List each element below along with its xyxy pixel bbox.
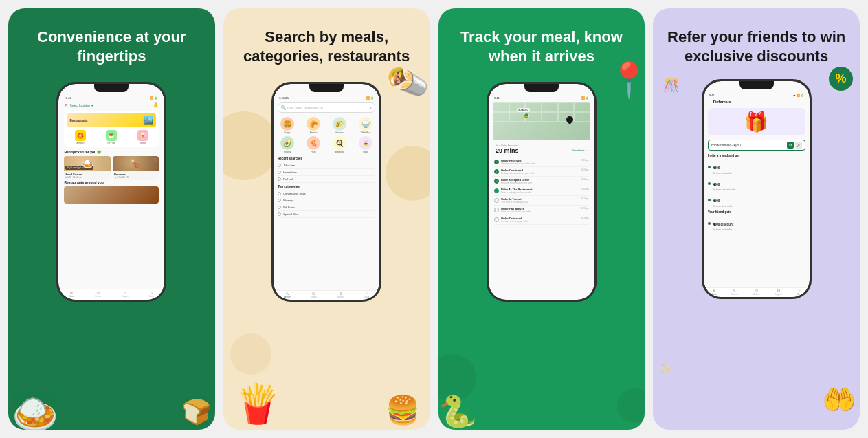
rider-marker: 🛵 xyxy=(524,113,529,118)
nav-home-4[interactable]: 🏠 Home xyxy=(711,289,717,296)
cat-pasta[interactable]: 🍝 Pasta xyxy=(356,136,375,153)
top-cat-dot-2 xyxy=(278,199,281,202)
cat-african[interactable]: 🏵️ African xyxy=(75,130,86,144)
map-cell xyxy=(493,112,509,122)
recent-text-1: Jollof rice xyxy=(283,164,295,167)
breakfast-label: Breakfast xyxy=(335,151,344,153)
cat-burger[interactable]: 🍔 Burger xyxy=(278,117,297,134)
phone-notch-3 xyxy=(524,84,559,92)
status-time-2: 9:41 AM xyxy=(279,96,289,100)
nav-support-1[interactable]: 💬 Support xyxy=(122,292,129,298)
nav-more-1[interactable]: ☰ More xyxy=(150,292,155,298)
top-cat-text-2: Mmanya xyxy=(283,199,293,202)
invite-title: Invite a friend and get xyxy=(708,154,805,157)
cat-pizza[interactable]: 🍕 Pizza xyxy=(304,136,323,153)
phone-wrapper-2: 9:41 AM ▪▪ 📶 🔋 🔍 Food, drinks, restauran… xyxy=(237,82,416,302)
map-area: SOMOLU 🛵 xyxy=(493,102,590,140)
step-desc-delivered: You have received your meal xyxy=(501,220,579,223)
african-icon: 🏵️ xyxy=(75,130,86,141)
search-dot-2 xyxy=(278,171,281,174)
cat-healthy[interactable]: 🥑 Healthy xyxy=(278,136,297,153)
search-placeholder: Food, drinks, restaurants, etc xyxy=(287,106,368,109)
bottom-nav-4: 🏠 Home 🔍 Search 📋 Orders 💬 Support xyxy=(704,287,810,297)
food-card-2[interactable]: ♡ Barcelos ⭐4.7 ₦800 · 30 xyxy=(113,156,159,180)
phone-wrapper-1: 9:41 ▪▪ 📶 🔋 📍 Select location ▾ 🔔 Restau… xyxy=(22,82,201,302)
burger-label: Burger xyxy=(285,131,291,134)
nav-search-4[interactable]: 🔍 Search xyxy=(732,289,739,296)
nav-orders-2[interactable]: 📋 Orders xyxy=(311,292,317,298)
status-bar-2: 9:41 AM ▪▪ 📶 🔋 xyxy=(278,96,375,100)
location-selector[interactable]: 📍 Select location ▾ 🔔 xyxy=(64,102,159,108)
reward-dot-3 xyxy=(708,199,711,201)
step-desc-confirmed: Restaurant has confirmed your order xyxy=(501,172,579,175)
bottom-nav-1: 🏠 Home 📋 Orders 💬 Support ☰ More xyxy=(58,289,164,300)
arrival-row: 29 mins View details → xyxy=(496,147,588,154)
nav-orders-1[interactable]: 📋 Orders xyxy=(95,292,101,298)
reward-content-200: ₦200 On their first order xyxy=(713,160,732,175)
cat-drinks[interactable]: 🍺 Drinks xyxy=(137,130,148,144)
cat-pastries[interactable]: 🥐 Pastries xyxy=(304,117,323,134)
step-check-arrived xyxy=(494,208,499,212)
card2-title: Search by meals, categories, restaurants xyxy=(237,28,416,65)
view-details-link[interactable]: View details → xyxy=(572,149,588,152)
food-card-1[interactable]: Buy 1 meal, get a free drink ♡ Food Fusi… xyxy=(64,156,111,180)
phone-notch-2 xyxy=(309,84,344,92)
map-cell xyxy=(542,112,558,122)
reward-content-300: ₦300 On their second order xyxy=(713,176,736,191)
share-button[interactable]: ↗ xyxy=(795,142,802,149)
screen4: 9:41 ▪▪ 📶 🔋 ← Referrals 🎁 chow-damian-tk… xyxy=(704,81,810,297)
copy-button[interactable]: ⧉ xyxy=(787,142,794,149)
orders-nav-icon: 📋 xyxy=(312,292,315,295)
recent-searches-header: Recent searches xyxy=(278,157,375,160)
nav-support-2[interactable]: 💬 Support xyxy=(337,292,345,298)
reward-desc-500: On their third order xyxy=(713,205,733,208)
nav-more-4[interactable]: ☰ More xyxy=(797,289,802,296)
pasta-icon: 🍝 xyxy=(359,136,372,150)
cat-fitfam[interactable]: 🥗 Fit Fam xyxy=(106,130,117,144)
cat-rice[interactable]: 🍚 White Rice xyxy=(356,117,375,134)
heart-icon-1[interactable]: ♡ xyxy=(105,157,109,163)
step-order-confirmed: ✓ Order Confirmed Restaurant has confirm… xyxy=(494,167,589,177)
deco-bread: 🍞 xyxy=(181,398,212,426)
status-time-1: 9:41 xyxy=(65,96,71,100)
nav-search[interactable]: 🔍 Search xyxy=(284,292,291,298)
recent-item-1[interactable]: Jollof rice xyxy=(278,162,375,169)
step-time-delivered: 04:16pm xyxy=(581,217,589,219)
top-cat-1[interactable]: University of Suya xyxy=(278,190,375,197)
map-grid xyxy=(493,102,590,140)
reward-dot-friend xyxy=(708,222,711,225)
cat-breakfast[interactable]: 🍳 Breakfast xyxy=(330,136,349,153)
nav-home-1[interactable]: 🏠 Home xyxy=(69,292,74,298)
back-button[interactable]: ← xyxy=(708,100,712,104)
top-categories-header: Top categories xyxy=(278,185,375,188)
promo-tag: Buy 1 meal, get a free drink xyxy=(65,166,93,170)
deco-snake: 🐍 xyxy=(438,393,477,430)
nav-orders-4[interactable]: 📋 Orders xyxy=(753,289,759,296)
heart-icon-2[interactable]: ♡ xyxy=(153,157,157,163)
healthy-label: Healthy xyxy=(284,151,291,153)
top-cat-2[interactable]: Mmanya xyxy=(278,197,375,204)
map-cell xyxy=(574,112,590,122)
step-desc-received: Waiting for restaurant to confirm order xyxy=(501,162,579,165)
more-icon: ☰ xyxy=(151,292,153,294)
rice-label: White Rice xyxy=(361,131,371,134)
recent-item-2[interactable]: bernadines xyxy=(278,169,375,176)
step-desc-rider: Meal has been assigned to a rider xyxy=(501,182,579,184)
referral-code-box: chow-damian-tky50 ⧉ ↗ xyxy=(708,140,805,151)
pastries-icon: 🥐 xyxy=(307,117,320,131)
recent-item-3[interactable]: Puff puff xyxy=(278,176,375,183)
top-cat-4[interactable]: Special Rice xyxy=(278,211,375,218)
top-cat-3[interactable]: Edi Fruits xyxy=(278,204,375,211)
search-close-icon[interactable]: ✕ xyxy=(369,106,372,110)
support-icon: 💬 xyxy=(124,292,126,294)
screen1: 9:41 ▪▪ 📶 🔋 📍 Select location ▾ 🔔 Restau… xyxy=(58,84,164,300)
category-icons: 🏵️ African 🥗 Fit Fam 🍺 Drinks xyxy=(67,130,156,144)
nav-support-4[interactable]: 💬 Support xyxy=(775,289,782,296)
cat-mexican[interactable]: 🌮 Mexican xyxy=(330,117,349,134)
map-cell xyxy=(542,102,558,112)
food-info-2: Barcelos ⭐4.7 ₦800 · 30 xyxy=(113,171,159,180)
pasta-label: Pasta xyxy=(363,151,368,153)
nav-more-2[interactable]: ☰ More xyxy=(365,292,370,298)
search-dot-1 xyxy=(278,164,281,167)
search-bar[interactable]: 🔍 Food, drinks, restaurants, etc ✕ xyxy=(278,102,375,113)
